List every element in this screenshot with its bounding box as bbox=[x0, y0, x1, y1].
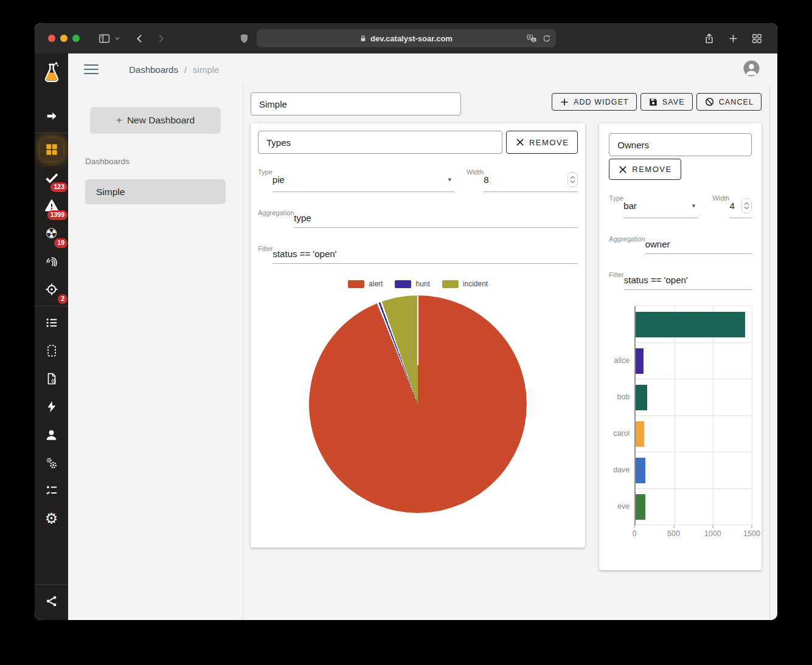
widget-width-input[interactable]: Width 8 bbox=[467, 168, 578, 192]
bar bbox=[636, 421, 644, 447]
legend-label: hunt bbox=[415, 280, 429, 288]
breadcrumb-separator: / bbox=[184, 64, 187, 75]
remove-widget-button[interactable]: REMOVE bbox=[609, 159, 681, 180]
shield-icon[interactable] bbox=[238, 32, 250, 45]
plus-icon: + bbox=[116, 114, 122, 126]
number-spinner[interactable] bbox=[567, 172, 578, 187]
fingerprint-icon[interactable] bbox=[35, 247, 68, 275]
widget-aggregation-input[interactable]: Aggregation type bbox=[258, 209, 578, 228]
bar bbox=[636, 312, 744, 337]
widget-type-select[interactable]: Type bar ▾ bbox=[609, 195, 698, 218]
axis-tick bbox=[673, 525, 674, 528]
bar-category-label bbox=[609, 306, 634, 342]
bar-chart: alicebobcaroldaveeve 050010001500 bbox=[609, 306, 752, 541]
dashboard-editor: ADD WIDGET SAVE CANCEL bbox=[243, 85, 770, 620]
app-icon-rail: 123 1399 ☢ 19 bbox=[35, 53, 68, 620]
sidebar-toggle-icon[interactable] bbox=[98, 32, 111, 45]
lightning-icon[interactable] bbox=[35, 393, 68, 421]
share-icon[interactable] bbox=[703, 32, 715, 45]
back-icon[interactable] bbox=[134, 33, 145, 44]
remove-widget-button[interactable]: REMOVE bbox=[506, 131, 578, 154]
file-dashed-icon[interactable] bbox=[35, 337, 68, 365]
bar-category-label: alice bbox=[609, 342, 634, 379]
titlebar-right-actions bbox=[703, 32, 763, 45]
new-tab-icon[interactable] bbox=[727, 33, 739, 44]
breadcrumb: Dashboards / simple bbox=[129, 64, 219, 75]
forward-icon[interactable] bbox=[155, 33, 167, 44]
widget-width-value: 8 bbox=[484, 174, 488, 185]
legend-item[interactable]: hunt bbox=[395, 280, 429, 288]
dashboard-name-input[interactable] bbox=[251, 92, 461, 115]
bar-xaxis: 050010001500 bbox=[634, 525, 752, 541]
legend-item[interactable]: incident bbox=[442, 280, 488, 288]
window-controls bbox=[48, 35, 80, 42]
widget-title-input[interactable] bbox=[258, 131, 502, 154]
list-icon[interactable] bbox=[35, 309, 68, 337]
warning-triangle-icon[interactable]: 1399 bbox=[35, 191, 68, 219]
widget-filter-input[interactable]: Filter status == 'open' bbox=[258, 245, 578, 264]
crosshair-icon[interactable]: 2 bbox=[35, 275, 68, 303]
widget-title-input[interactable] bbox=[609, 133, 752, 156]
widget-filter-value: status == 'open' bbox=[624, 271, 752, 290]
widget-type-select[interactable]: Type pie ▾ bbox=[258, 168, 454, 192]
browser-titlebar: dev.catalyst-soar.com bbox=[35, 23, 777, 53]
tab-overview-icon[interactable] bbox=[751, 33, 763, 44]
check-icon[interactable]: 123 bbox=[35, 164, 68, 191]
axis-tick bbox=[712, 525, 713, 528]
chevron-down-icon: ▾ bbox=[692, 202, 698, 210]
save-button[interactable]: SAVE bbox=[640, 93, 693, 111]
close-window-button[interactable] bbox=[48, 35, 55, 42]
number-spinner[interactable] bbox=[741, 198, 752, 213]
chevron-down-icon[interactable] bbox=[113, 34, 122, 43]
bar bbox=[636, 494, 645, 520]
widget-width-input[interactable]: Width 4 bbox=[712, 195, 752, 218]
radiation-icon[interactable]: ☢ 19 bbox=[35, 219, 68, 247]
dashboard-grid-icon[interactable] bbox=[35, 136, 68, 164]
bar-category-label: dave bbox=[609, 452, 634, 488]
bar-row bbox=[636, 379, 752, 416]
url-bar[interactable]: dev.catalyst-soar.com bbox=[257, 29, 556, 47]
minimize-window-button[interactable] bbox=[60, 35, 68, 42]
hamburger-menu-icon[interactable] bbox=[84, 64, 99, 75]
bar-category-label: eve bbox=[609, 488, 634, 525]
cancel-button[interactable]: CANCEL bbox=[696, 93, 762, 111]
reload-icon[interactable] bbox=[542, 34, 551, 43]
breadcrumb-dashboards[interactable]: Dashboards bbox=[129, 64, 178, 75]
remove-label: REMOVE bbox=[529, 138, 569, 147]
add-widget-label: ADD WIDGET bbox=[574, 98, 629, 106]
add-widget-button[interactable]: ADD WIDGET bbox=[552, 93, 637, 111]
axis-tick-label: 1000 bbox=[704, 529, 721, 538]
widget-width-value: 4 bbox=[729, 201, 734, 211]
bar-row bbox=[636, 343, 752, 379]
pie-chart bbox=[309, 295, 527, 513]
translate-icon[interactable] bbox=[527, 34, 537, 43]
dashboard-list-item-simple[interactable]: Simple bbox=[85, 179, 226, 204]
zoom-window-button[interactable] bbox=[72, 35, 80, 42]
new-dashboard-button[interactable]: + New Dashboard bbox=[90, 107, 221, 134]
url-bar-actions bbox=[527, 29, 551, 47]
gears-icon[interactable] bbox=[35, 449, 68, 477]
widget-aggregation-input[interactable]: Aggregation owner bbox=[609, 235, 752, 254]
axis-tick bbox=[752, 525, 752, 528]
flask-logo-icon[interactable] bbox=[35, 57, 68, 89]
person-icon[interactable] bbox=[35, 421, 68, 449]
gear-icon[interactable]: ⚙ bbox=[35, 505, 68, 532]
axis-tick-label: 500 bbox=[667, 529, 680, 538]
user-avatar[interactable] bbox=[743, 60, 760, 79]
toolbar-buttons: ADD WIDGET SAVE CANCEL bbox=[552, 93, 762, 111]
widget-aggregation-value: owner bbox=[645, 235, 752, 254]
gridline bbox=[752, 306, 752, 525]
arrow-right-icon[interactable] bbox=[35, 102, 68, 130]
file-gear-icon[interactable] bbox=[35, 365, 68, 393]
rail-divider bbox=[35, 584, 68, 585]
legend-item[interactable]: alert bbox=[348, 280, 383, 288]
dashboards-section-label: Dashboards bbox=[85, 157, 226, 166]
checklist-icon[interactable] bbox=[35, 477, 68, 505]
legend-label: incident bbox=[463, 280, 488, 288]
lock-icon bbox=[359, 35, 367, 43]
share-nodes-icon[interactable] bbox=[35, 587, 68, 615]
widget-filter-value: status == 'open' bbox=[272, 245, 578, 264]
bar-plotwrap: 050010001500 bbox=[634, 306, 752, 541]
widget-filter-input[interactable]: Filter status == 'open' bbox=[609, 271, 752, 290]
alerts-badge: 1399 bbox=[47, 210, 68, 220]
